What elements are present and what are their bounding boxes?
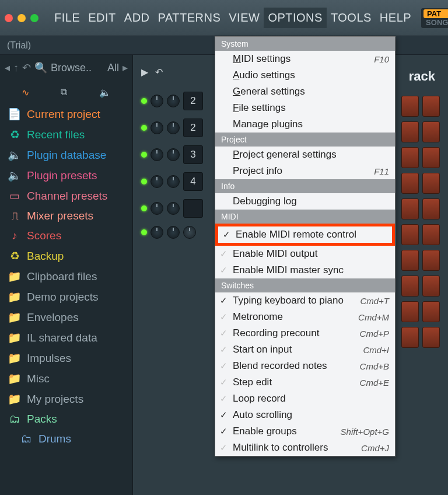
zoom-window-button[interactable] bbox=[30, 14, 38, 22]
vol-knob[interactable] bbox=[167, 95, 180, 107]
pan-knob[interactable] bbox=[150, 175, 163, 188]
channel-number[interactable]: 4 bbox=[183, 172, 203, 191]
step-pad[interactable] bbox=[401, 301, 419, 322]
search-icon[interactable]: 🔍 bbox=[34, 61, 47, 74]
browser-item[interactable]: 📁Clipboard files bbox=[0, 266, 132, 287]
menu-item[interactable]: ✓Enable MIDI master sync bbox=[215, 262, 395, 278]
menu-item[interactable]: ✓Loop record bbox=[215, 391, 395, 407]
channel-led[interactable] bbox=[141, 229, 147, 235]
menu-patterns[interactable]: PATTERNS bbox=[154, 8, 225, 28]
menu-item[interactable]: Project general settings bbox=[215, 147, 395, 163]
browser-undo-icon[interactable]: ↶ bbox=[22, 61, 31, 74]
browser-item[interactable]: ♪Scores bbox=[0, 226, 132, 246]
pan-knob[interactable] bbox=[150, 202, 163, 215]
pan-knob[interactable] bbox=[150, 148, 163, 161]
menu-item[interactable]: Manage plugins bbox=[215, 116, 395, 133]
browser-item[interactable]: 📄Current project bbox=[0, 104, 132, 124]
extra-knob[interactable] bbox=[183, 226, 196, 239]
channel-led[interactable] bbox=[141, 98, 147, 104]
browser-back-icon[interactable]: ◂ bbox=[5, 61, 10, 74]
step-pad[interactable] bbox=[422, 224, 440, 245]
menu-item[interactable]: ✓Recording precountCmd+P bbox=[215, 325, 395, 341]
channel-led[interactable] bbox=[141, 179, 147, 184]
vol-knob[interactable] bbox=[167, 148, 180, 161]
browser-item[interactable]: 📁Envelopes bbox=[0, 307, 132, 327]
vol-knob[interactable] bbox=[167, 175, 180, 188]
step-pad[interactable] bbox=[422, 96, 440, 117]
menu-item[interactable]: ✓Blend recorded notesCmd+B bbox=[215, 358, 395, 374]
browser-item[interactable]: ♻Recent files bbox=[0, 124, 132, 145]
tab-speaker-icon[interactable]: 🔈 bbox=[99, 87, 111, 98]
browser-fwd-icon[interactable]: ▸ bbox=[123, 61, 128, 74]
channel-number[interactable]: 2 bbox=[183, 92, 203, 110]
menu-item[interactable]: ✓Enable groupsShift+Opt+G bbox=[215, 423, 395, 440]
browser-item[interactable]: 🔈Plugin database bbox=[0, 145, 132, 165]
browser-item[interactable]: 📁My projects bbox=[0, 389, 132, 409]
minimize-window-button[interactable] bbox=[18, 14, 26, 22]
step-pad[interactable] bbox=[401, 173, 419, 194]
channel-led[interactable] bbox=[141, 152, 147, 158]
browser-item[interactable]: ♻Backup bbox=[0, 246, 132, 266]
menu-item[interactable]: MIDI settingsF10 bbox=[215, 51, 395, 67]
seq-play-icon[interactable]: ▶ bbox=[141, 67, 148, 78]
menu-item[interactable]: Project infoF11 bbox=[215, 163, 395, 179]
menu-item[interactable]: ✓Typing keyboard to pianoCmd+T bbox=[215, 292, 395, 309]
step-pad[interactable] bbox=[401, 198, 419, 219]
browser-filter[interactable]: All bbox=[107, 62, 119, 74]
menu-item[interactable]: ✓Multilink to controllersCmd+J bbox=[215, 440, 395, 456]
step-pad[interactable] bbox=[401, 121, 419, 142]
step-pad[interactable] bbox=[401, 250, 419, 271]
step-pad[interactable] bbox=[422, 121, 440, 142]
step-pad[interactable] bbox=[422, 327, 440, 348]
step-pad[interactable] bbox=[401, 327, 419, 348]
pan-knob[interactable] bbox=[150, 121, 163, 134]
menu-item[interactable]: ✓Enable MIDI output bbox=[215, 246, 395, 262]
browser-item[interactable]: 🔈Plugin presets bbox=[0, 165, 132, 186]
step-pad[interactable] bbox=[401, 224, 419, 245]
tab-copy-icon[interactable]: ⧉ bbox=[61, 87, 67, 97]
menu-add[interactable]: ADD bbox=[120, 8, 154, 28]
step-pad[interactable] bbox=[401, 147, 419, 168]
menu-options[interactable]: OPTIONS bbox=[264, 8, 327, 28]
browser-item[interactable]: 🗂Packs bbox=[0, 409, 132, 429]
step-pad[interactable] bbox=[422, 147, 440, 168]
pan-knob[interactable] bbox=[150, 95, 163, 107]
channel-led[interactable] bbox=[141, 205, 147, 211]
step-pad[interactable] bbox=[422, 301, 440, 322]
menu-item[interactable]: ✓Start on inputCmd+I bbox=[215, 341, 395, 358]
tab-wave-icon[interactable]: ∿ bbox=[22, 87, 29, 98]
seq-undo-icon[interactable]: ↶ bbox=[155, 67, 163, 78]
menu-item[interactable]: ✓Auto scrolling bbox=[215, 407, 395, 423]
menu-item[interactable]: General settings bbox=[215, 83, 395, 100]
menu-view[interactable]: VIEW bbox=[225, 8, 264, 28]
menu-item[interactable]: ✓Enable MIDI remote control bbox=[215, 224, 395, 246]
vol-knob[interactable] bbox=[167, 121, 180, 134]
channel-led[interactable] bbox=[141, 125, 147, 131]
browser-item[interactable]: ▭Channel presets bbox=[0, 186, 132, 206]
menu-item[interactable]: Debugging log bbox=[215, 193, 395, 210]
browser-item[interactable]: 📁Impulses bbox=[0, 348, 132, 368]
menu-item[interactable]: File settings bbox=[215, 100, 395, 116]
browser-up-icon[interactable]: ↑ bbox=[13, 62, 19, 74]
menu-tools[interactable]: TOOLS bbox=[327, 8, 376, 28]
step-pad[interactable] bbox=[422, 198, 440, 219]
browser-subitem[interactable]: 🗂Drums bbox=[0, 429, 132, 449]
browser-item[interactable]: 📁Misc bbox=[0, 368, 132, 389]
channel-number[interactable]: 2 bbox=[183, 118, 203, 137]
vol-knob[interactable] bbox=[167, 226, 180, 239]
menu-file[interactable]: FILE bbox=[50, 8, 84, 28]
menu-item[interactable]: ✓MetronomeCmd+M bbox=[215, 309, 395, 325]
step-pad[interactable] bbox=[401, 96, 419, 117]
step-pad[interactable] bbox=[422, 250, 440, 271]
vol-knob[interactable] bbox=[167, 202, 180, 215]
pan-knob[interactable] bbox=[150, 226, 163, 239]
menu-edit[interactable]: EDIT bbox=[84, 8, 120, 28]
channel-number[interactable] bbox=[183, 199, 203, 218]
channel-number[interactable]: 3 bbox=[183, 145, 203, 164]
browser-item[interactable]: 📁Demo projects bbox=[0, 287, 132, 307]
step-pad[interactable] bbox=[422, 276, 440, 297]
close-window-button[interactable] bbox=[5, 14, 13, 22]
step-pad[interactable] bbox=[422, 173, 440, 194]
browser-item[interactable]: ⎍Mixer presets bbox=[0, 206, 132, 226]
menu-item[interactable]: Audio settings bbox=[215, 67, 395, 83]
